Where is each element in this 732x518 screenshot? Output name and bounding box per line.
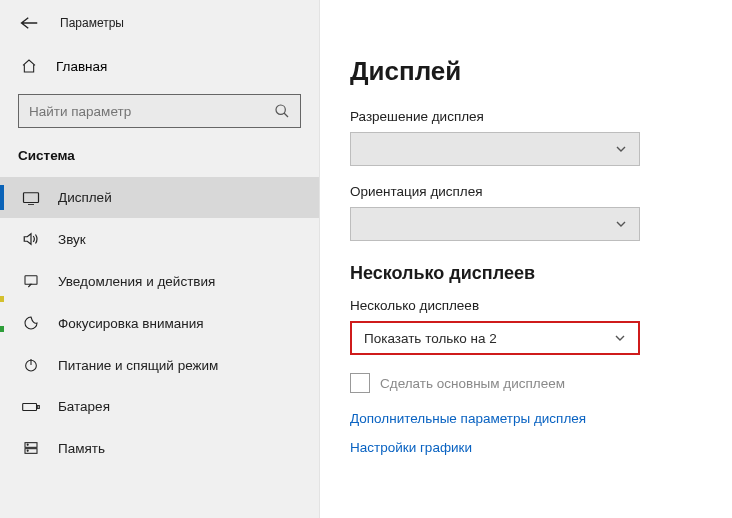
- multiple-displays-heading: Несколько дисплеев: [350, 263, 702, 284]
- display-icon: [22, 191, 40, 205]
- section-label: Система: [0, 146, 319, 177]
- sidebar-item-label: Звук: [58, 232, 86, 247]
- graphics-settings-link[interactable]: Настройки графики: [350, 440, 702, 455]
- sidebar: Параметры Главная Система Дисплей Звук: [0, 0, 320, 518]
- search-wrap: [0, 84, 319, 146]
- storage-icon: [22, 440, 40, 456]
- orientation-label: Ориентация дисплея: [350, 184, 702, 199]
- back-icon[interactable]: [20, 16, 38, 30]
- chevron-down-icon: [615, 218, 627, 230]
- search-input[interactable]: [29, 104, 274, 119]
- notifications-icon: [22, 273, 40, 289]
- home-icon: [20, 58, 38, 74]
- sidebar-item-label: Питание и спящий режим: [58, 358, 218, 373]
- sidebar-item-label: Батарея: [58, 399, 110, 414]
- svg-rect-4: [23, 403, 37, 410]
- resolution-dropdown[interactable]: [350, 132, 640, 166]
- sidebar-item-label: Фокусировка внимания: [58, 316, 204, 331]
- search-box[interactable]: [18, 94, 301, 128]
- svg-point-8: [27, 444, 28, 445]
- make-main-display-label: Сделать основным дисплеем: [380, 376, 565, 391]
- sidebar-item-battery[interactable]: Батарея: [0, 386, 319, 427]
- header-bar: Параметры: [0, 12, 319, 48]
- make-main-display-checkbox[interactable]: [350, 373, 370, 393]
- search-icon: [274, 103, 290, 119]
- svg-point-9: [27, 450, 28, 451]
- power-icon: [22, 357, 40, 373]
- make-main-display-row: Сделать основным дисплеем: [350, 373, 702, 393]
- svg-rect-1: [24, 192, 39, 202]
- chevron-down-icon: [614, 332, 626, 344]
- svg-rect-5: [37, 405, 39, 408]
- svg-rect-2: [25, 276, 37, 285]
- app-title: Параметры: [60, 16, 124, 30]
- focus-icon: [22, 315, 40, 331]
- chevron-down-icon: [615, 143, 627, 155]
- sidebar-item-storage[interactable]: Память: [0, 427, 319, 469]
- home-label: Главная: [56, 59, 107, 74]
- page-title: Дисплей: [350, 56, 702, 87]
- sidebar-item-label: Дисплей: [58, 190, 112, 205]
- sidebar-item-display[interactable]: Дисплей: [0, 177, 319, 218]
- main-panel: Дисплей Разрешение дисплея Ориентация ди…: [320, 0, 732, 518]
- resolution-label: Разрешение дисплея: [350, 109, 702, 124]
- home-row[interactable]: Главная: [0, 48, 319, 84]
- advanced-display-link[interactable]: Дополнительные параметры дисплея: [350, 411, 702, 426]
- sidebar-item-power[interactable]: Питание и спящий режим: [0, 344, 319, 386]
- sidebar-item-sound[interactable]: Звук: [0, 218, 319, 260]
- sidebar-item-label: Уведомления и действия: [58, 274, 215, 289]
- sidebar-item-focus[interactable]: Фокусировка внимания: [0, 302, 319, 344]
- svg-point-0: [276, 105, 285, 114]
- orientation-dropdown[interactable]: [350, 207, 640, 241]
- sound-icon: [22, 231, 40, 247]
- multiple-displays-label: Несколько дисплеев: [350, 298, 702, 313]
- multiple-displays-dropdown[interactable]: Показать только на 2: [350, 321, 640, 355]
- battery-icon: [22, 401, 40, 413]
- sidebar-item-label: Память: [58, 441, 105, 456]
- multiple-displays-value: Показать только на 2: [364, 331, 497, 346]
- sidebar-item-notifications[interactable]: Уведомления и действия: [0, 260, 319, 302]
